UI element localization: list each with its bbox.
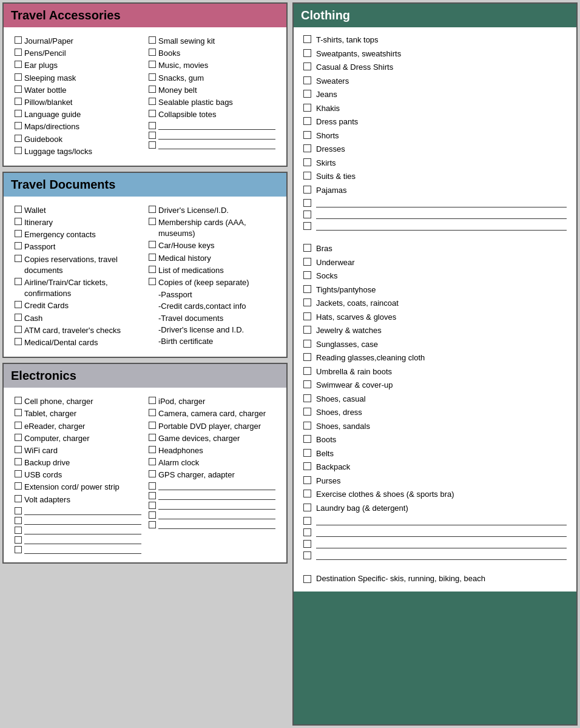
checkbox[interactable] — [149, 73, 156, 81]
checkbox[interactable] — [303, 76, 311, 84]
checkbox[interactable] — [149, 278, 156, 285]
checkbox[interactable] — [303, 285, 311, 293]
checkbox[interactable] — [303, 380, 311, 388]
checkbox[interactable] — [149, 61, 156, 68]
checkbox[interactable] — [303, 90, 311, 98]
checkbox[interactable] — [303, 435, 311, 443]
checkbox[interactable] — [303, 62, 311, 70]
checkbox[interactable] — [15, 36, 22, 44]
checkbox[interactable] — [15, 458, 22, 465]
checkbox[interactable] — [15, 73, 22, 81]
checkbox[interactable] — [15, 301, 22, 308]
checkbox[interactable] — [303, 144, 311, 152]
checkbox[interactable] — [149, 434, 156, 441]
checkbox[interactable] — [149, 86, 156, 93]
checkbox[interactable] — [303, 528, 311, 536]
checkbox[interactable] — [15, 536, 22, 544]
checkbox[interactable] — [149, 409, 156, 416]
checkbox[interactable] — [149, 141, 156, 149]
checkbox[interactable] — [303, 326, 311, 334]
checkbox[interactable] — [303, 131, 311, 139]
checkbox[interactable] — [303, 244, 311, 252]
checkbox[interactable] — [15, 338, 22, 345]
checkbox[interactable] — [149, 98, 156, 105]
checkbox[interactable] — [15, 86, 22, 93]
checkbox[interactable] — [15, 422, 22, 429]
checkbox[interactable] — [303, 49, 311, 57]
checkbox[interactable] — [149, 397, 156, 404]
checkbox[interactable] — [15, 255, 22, 262]
checkbox[interactable] — [149, 458, 156, 465]
checkbox[interactable] — [303, 117, 311, 125]
checkbox[interactable] — [303, 449, 311, 457]
checkbox[interactable] — [303, 211, 311, 218]
checkbox[interactable] — [15, 122, 22, 129]
checkbox[interactable] — [149, 511, 156, 519]
checkbox[interactable] — [303, 340, 311, 348]
checkbox[interactable] — [303, 540, 311, 548]
checkbox[interactable] — [303, 504, 311, 511]
checkbox[interactable] — [15, 527, 22, 534]
checkbox[interactable] — [15, 507, 22, 514]
checkbox[interactable] — [149, 521, 156, 528]
checkbox[interactable] — [303, 199, 311, 207]
checkbox[interactable] — [15, 110, 22, 117]
checkbox[interactable] — [15, 470, 22, 477]
checkbox[interactable] — [303, 186, 311, 194]
checkbox[interactable] — [15, 326, 22, 333]
checkbox[interactable] — [15, 98, 22, 105]
checkbox[interactable] — [149, 470, 156, 477]
checkbox[interactable] — [303, 394, 311, 402]
checkbox[interactable] — [15, 230, 22, 237]
checkbox[interactable] — [15, 517, 22, 524]
checkbox[interactable] — [303, 575, 311, 583]
checkbox[interactable] — [15, 314, 22, 321]
checkbox[interactable] — [303, 408, 311, 416]
checkbox[interactable] — [149, 36, 156, 44]
checkbox[interactable] — [15, 409, 22, 416]
checkbox[interactable] — [303, 172, 311, 180]
checkbox[interactable] — [303, 312, 311, 320]
checkbox[interactable] — [303, 462, 311, 470]
checkbox[interactable] — [303, 517, 311, 525]
checkbox[interactable] — [149, 49, 156, 56]
checkbox[interactable] — [15, 147, 22, 154]
checkbox[interactable] — [149, 254, 156, 261]
checkbox[interactable] — [149, 110, 156, 117]
checkbox[interactable] — [303, 298, 311, 306]
checkbox[interactable] — [15, 495, 22, 502]
checkbox[interactable] — [15, 218, 22, 225]
checkbox[interactable] — [303, 367, 311, 375]
checkbox[interactable] — [303, 476, 311, 484]
checkbox[interactable] — [149, 446, 156, 453]
checkbox[interactable] — [15, 446, 22, 453]
checkbox[interactable] — [149, 482, 156, 490]
checkbox[interactable] — [149, 241, 156, 248]
checkbox[interactable] — [303, 104, 311, 112]
checkbox[interactable] — [303, 35, 311, 43]
checkbox[interactable] — [149, 266, 156, 273]
checkbox[interactable] — [149, 218, 156, 225]
checkbox[interactable] — [303, 158, 311, 166]
checkbox[interactable] — [149, 206, 156, 213]
checkbox[interactable] — [15, 135, 22, 142]
checkbox[interactable] — [303, 551, 311, 559]
checkbox[interactable] — [303, 222, 311, 230]
checkbox[interactable] — [303, 353, 311, 361]
checkbox[interactable] — [15, 61, 22, 68]
checkbox[interactable] — [303, 422, 311, 430]
checkbox[interactable] — [15, 49, 22, 56]
checkbox[interactable] — [149, 132, 156, 139]
checkbox[interactable] — [15, 242, 22, 249]
checkbox[interactable] — [149, 422, 156, 429]
checkbox[interactable] — [15, 397, 22, 404]
checkbox[interactable] — [15, 482, 22, 490]
checkbox[interactable] — [303, 490, 311, 497]
checkbox[interactable] — [149, 492, 156, 499]
checkbox[interactable] — [15, 546, 22, 553]
checkbox[interactable] — [303, 258, 311, 266]
checkbox[interactable] — [15, 434, 22, 441]
checkbox[interactable] — [15, 278, 22, 285]
checkbox[interactable] — [149, 122, 156, 129]
checkbox[interactable] — [15, 206, 22, 213]
